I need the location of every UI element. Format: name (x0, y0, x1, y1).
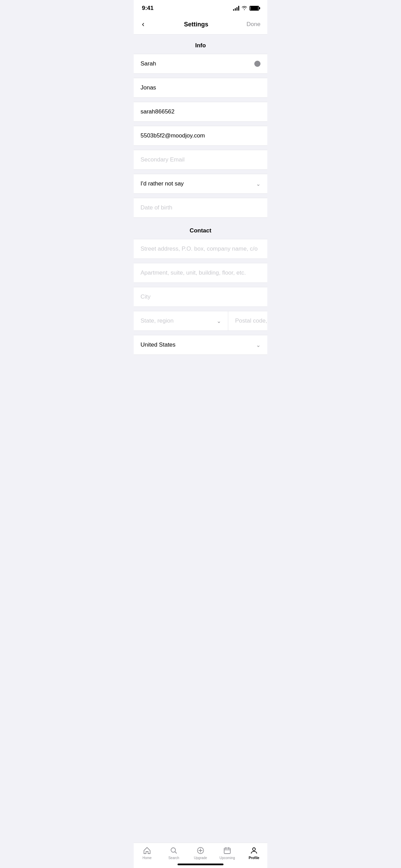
gender-field[interactable]: I'd rather not say ⌄ (134, 174, 267, 194)
postal-field[interactable] (228, 311, 267, 330)
status-time: 9:41 (142, 5, 154, 12)
info-section-header: Info (134, 35, 267, 54)
street-address-input[interactable] (141, 245, 260, 252)
back-button[interactable]: ‹ (141, 19, 146, 30)
country-chevron-icon: ⌄ (256, 342, 260, 348)
postal-input[interactable] (235, 317, 267, 324)
city-field[interactable] (134, 287, 267, 307)
secondary-email-input[interactable] (141, 156, 260, 163)
gender-chevron-icon: ⌄ (256, 181, 260, 187)
settings-content: Info I'd rather not say ⌄ Contact (134, 35, 267, 389)
wifi-icon (241, 5, 247, 11)
state-input[interactable] (141, 317, 213, 324)
state-chevron-icon: ⌄ (217, 318, 221, 324)
last-name-field[interactable] (134, 78, 267, 98)
page-title: Settings (184, 21, 208, 28)
country-field[interactable]: United States ⌄ (134, 335, 267, 355)
email-input[interactable] (141, 132, 260, 139)
done-button[interactable]: Done (246, 21, 260, 28)
dob-field[interactable] (134, 198, 267, 218)
state-postal-row: ⌄ (134, 311, 267, 331)
country-value: United States (141, 341, 253, 348)
first-name-indicator (254, 61, 260, 67)
nav-header: ‹ Settings Done (134, 14, 267, 35)
contact-section-header: Contact (134, 218, 267, 239)
email-field[interactable] (134, 126, 267, 146)
gender-value: I'd rather not say (141, 180, 253, 187)
address2-input[interactable] (141, 269, 260, 276)
state-field[interactable]: ⌄ (134, 311, 228, 330)
city-input[interactable] (141, 293, 260, 300)
username-field[interactable] (134, 102, 267, 122)
dob-input[interactable] (141, 204, 260, 211)
battery-icon (250, 6, 259, 11)
street-address-field[interactable] (134, 239, 267, 259)
address2-field[interactable] (134, 263, 267, 283)
first-name-field[interactable] (134, 54, 267, 74)
secondary-email-field[interactable] (134, 150, 267, 170)
status-bar: 9:41 (134, 0, 267, 14)
last-name-input[interactable] (141, 84, 260, 91)
signal-icon (233, 6, 239, 11)
first-name-input[interactable] (141, 60, 251, 67)
status-icons (233, 5, 259, 11)
username-input[interactable] (141, 108, 260, 115)
